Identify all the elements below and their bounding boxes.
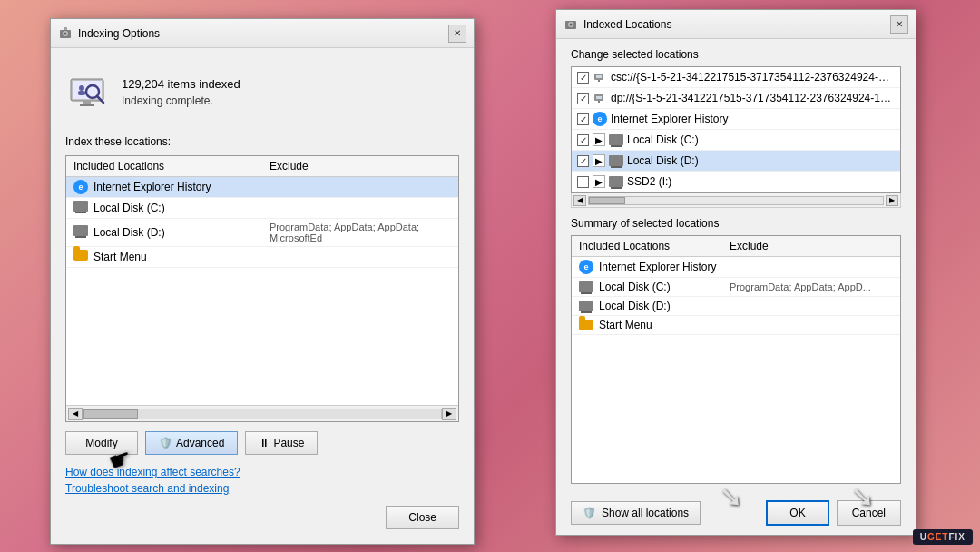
indexing-options-title-icon [58, 26, 73, 41]
tree-row[interactable]: csc://{S-1-5-21-3412217515-3717354112-23… [572, 67, 900, 88]
change-locations-label: Change selected locations [556, 39, 916, 61]
horizontal-scrollbar[interactable]: ◀ ▶ [66, 405, 458, 421]
sum-drive-icon-d [579, 301, 593, 311]
scroll-right-btn[interactable]: ▶ [442, 408, 456, 420]
pause-btn-icon: ⏸ [259, 437, 270, 449]
table-row[interactable]: Local Disk (C:) [66, 198, 458, 219]
sum-ie-icon: e [579, 260, 593, 274]
tree-checkbox-d[interactable] [577, 155, 589, 167]
tree-label-c: Local Disk (C:) [627, 133, 895, 146]
scrollbar-thumb[interactable] [83, 409, 138, 419]
row-location: e Internet Explorer History [74, 180, 270, 194]
indexed-bottom-bar: 🛡️ Show all locations OK Cancel [556, 491, 916, 535]
tree-checkbox-c[interactable] [577, 134, 589, 146]
close-button[interactable]: Close [386, 506, 459, 529]
pause-label: Pause [273, 437, 304, 449]
sum-location: Local Disk (C:) [579, 281, 724, 293]
svg-rect-19 [596, 96, 602, 99]
included-locations-table: Included Locations Exclude e Internet Ex… [65, 155, 459, 422]
svg-rect-16 [596, 75, 602, 78]
row-exclude: ProgramData; AppData; AppData; Microsoft… [270, 222, 451, 243]
tree-expand-ssd[interactable]: ▶ [593, 175, 605, 188]
advanced-button[interactable]: 🛡️ Advanced [145, 431, 238, 455]
h-scroll-track[interactable] [588, 196, 884, 205]
drive-icon [74, 201, 88, 215]
sum-col-exc-header: Exclude [730, 240, 893, 252]
table-body: e Internet Explorer History Local Disk (… [66, 177, 458, 405]
table-row[interactable]: Start Menu [66, 247, 458, 268]
h-scroll-thumb[interactable] [589, 197, 625, 204]
drive-icon-d [609, 153, 623, 168]
summary-header: Included Locations Exclude [572, 236, 900, 257]
how-does-link[interactable]: How does indexing affect searches? [65, 466, 459, 478]
scroll-left-btn[interactable]: ◀ [68, 408, 83, 420]
tree-row[interactable]: ▶ Local Disk (D:) [572, 151, 900, 172]
ok-button[interactable]: OK [766, 500, 828, 526]
indexing-options-window: Indexing Options ✕ [50, 18, 475, 545]
svg-point-2 [64, 32, 67, 34]
show-all-label: Show all locations [602, 507, 689, 519]
tree-checkbox-csc[interactable] [577, 72, 589, 84]
svg-rect-17 [598, 80, 600, 82]
table-row[interactable]: Local Disk (D:) ProgramData; AppData; Ap… [66, 219, 458, 247]
tree-row[interactable]: dp://{S-1-5-21-3412217515-3717354112-237… [572, 88, 900, 109]
show-all-locations-button[interactable]: 🛡️ Show all locations [571, 501, 701, 525]
ok-cancel-buttons: OK Cancel [766, 500, 901, 526]
tree-checkbox-ie[interactable] [577, 113, 589, 125]
tree-row[interactable]: ▶ Local Disk (C:) [572, 130, 900, 151]
tree-horizontal-scrollbar[interactable]: ◀ ▶ [571, 193, 901, 208]
indexed-locations-title-icon [564, 17, 578, 32]
tree-checkbox-dp[interactable] [577, 93, 589, 104]
tree-expand-c[interactable]: ▶ [593, 133, 605, 146]
drive-icon [74, 225, 88, 240]
sum-location: Local Disk (D:) [579, 300, 724, 312]
svg-rect-20 [598, 101, 600, 103]
sum-loc-text: Local Disk (D:) [599, 300, 671, 312]
indexed-locations-title-text: Indexed Locations [583, 18, 671, 31]
modify-button[interactable]: Modify [65, 431, 138, 455]
h-scroll-right[interactable]: ▶ [886, 195, 898, 206]
indexing-options-close-btn[interactable]: ✕ [448, 25, 466, 43]
tree-label-ssd: SSD2 (I:) [627, 175, 895, 188]
links-area: How does indexing affect searches? Troub… [65, 466, 459, 495]
tree-row[interactable]: ▶ SSD2 (I:) [572, 172, 900, 192]
scrollbar-track[interactable] [83, 409, 442, 419]
bottom-bar: Close [65, 495, 459, 529]
drive-icon-c [609, 133, 623, 147]
tree-label-d: Local Disk (D:) [627, 154, 895, 167]
indexed-locations-close-btn[interactable]: ✕ [890, 15, 908, 34]
summary-row: e Internet Explorer History [572, 257, 900, 278]
summary-table: Included Locations Exclude e Internet Ex… [571, 235, 901, 484]
h-scroll-left[interactable]: ◀ [573, 195, 586, 206]
stats-icon [65, 70, 109, 113]
folder-icon [74, 250, 88, 264]
shield-show-icon: 🛡️ [583, 507, 596, 519]
tree-label-ie: Internet Explorer History [611, 113, 895, 125]
svg-point-10 [79, 85, 84, 91]
troubleshoot-link[interactable]: Troubleshoot search and indexing [65, 482, 459, 495]
svg-rect-7 [80, 104, 94, 106]
row-location: Local Disk (C:) [74, 201, 270, 215]
svg-rect-6 [83, 101, 91, 104]
svg-rect-11 [78, 91, 85, 95]
action-buttons: Modify 🛡️ Advanced ⏸ Pause [65, 431, 459, 455]
row-location-text: Local Disk (C:) [93, 202, 165, 214]
indexing-options-title-area: Indexing Options [58, 26, 160, 41]
drive-icon-ssd [609, 174, 623, 189]
indexing-options-titlebar: Indexing Options ✕ [51, 19, 474, 48]
row-location-text: Start Menu [93, 251, 147, 263]
indexing-options-title-text: Indexing Options [78, 27, 160, 40]
tree-expand-d[interactable]: ▶ [593, 154, 605, 167]
tree-row[interactable]: e Internet Explorer History [572, 109, 900, 130]
cancel-button[interactable]: Cancel [837, 500, 901, 526]
watermark: UGETFIX [913, 529, 973, 545]
items-count: 129,204 items indexed [122, 77, 459, 91]
summary-section: Summary of selected locations Included L… [571, 217, 901, 484]
pause-button[interactable]: ⏸ Pause [245, 431, 318, 455]
col-included-header: Included Locations [74, 160, 270, 172]
tree-checkbox-ssd[interactable] [577, 176, 589, 188]
indexed-locations-titlebar: Indexed Locations ✕ [556, 10, 916, 39]
table-row[interactable]: e Internet Explorer History [66, 177, 458, 198]
summary-row: Start Menu [572, 316, 900, 335]
indexed-locations-tree: csc://{S-1-5-21-3412217515-3717354112-23… [571, 66, 901, 193]
